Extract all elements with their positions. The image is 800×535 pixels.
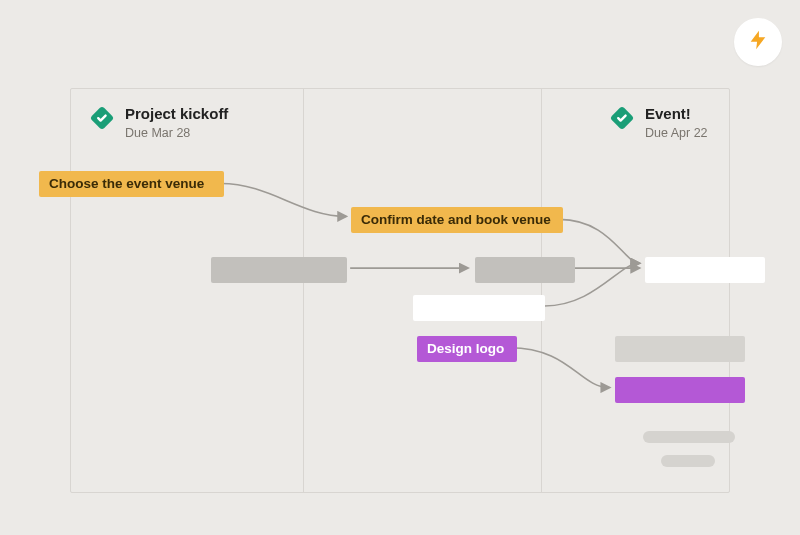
task-bar-placeholder[interactable]: [643, 431, 735, 443]
task-bar-placeholder[interactable]: [475, 257, 575, 283]
milestone-complete-icon: [89, 105, 115, 131]
milestone-complete-icon: [609, 105, 635, 131]
task-label: Confirm date and book venue: [361, 212, 551, 227]
task-bar-choose-venue[interactable]: Choose the event venue: [39, 171, 224, 197]
task-bar-placeholder[interactable]: [413, 295, 545, 321]
milestone-due: Due Mar 28: [125, 126, 228, 142]
milestone-title: Event!: [645, 105, 708, 124]
timeline-board: Project kickoff Due Mar 28 Event! Due Ap…: [70, 88, 730, 493]
milestone-due: Due Apr 22: [645, 126, 708, 142]
task-bar-placeholder[interactable]: [615, 336, 745, 362]
task-label: Choose the event venue: [49, 176, 204, 191]
lightning-badge[interactable]: [734, 18, 782, 66]
task-bar-confirm-book[interactable]: Confirm date and book venue: [351, 207, 563, 233]
milestone-event[interactable]: Event! Due Apr 22: [609, 105, 708, 141]
task-bar-placeholder[interactable]: [211, 257, 347, 283]
dependency-connectors: [71, 89, 729, 492]
lightning-icon: [747, 29, 769, 55]
milestone-kickoff[interactable]: Project kickoff Due Mar 28: [89, 105, 228, 141]
milestone-title: Project kickoff: [125, 105, 228, 124]
task-bar-design-logo[interactable]: Design logo: [417, 336, 517, 362]
column-divider: [303, 89, 304, 492]
task-bar-placeholder[interactable]: [661, 455, 715, 467]
task-label: Design logo: [427, 341, 504, 356]
task-bar-placeholder[interactable]: [645, 257, 765, 283]
column-divider: [541, 89, 542, 492]
task-bar-placeholder[interactable]: [615, 377, 745, 403]
